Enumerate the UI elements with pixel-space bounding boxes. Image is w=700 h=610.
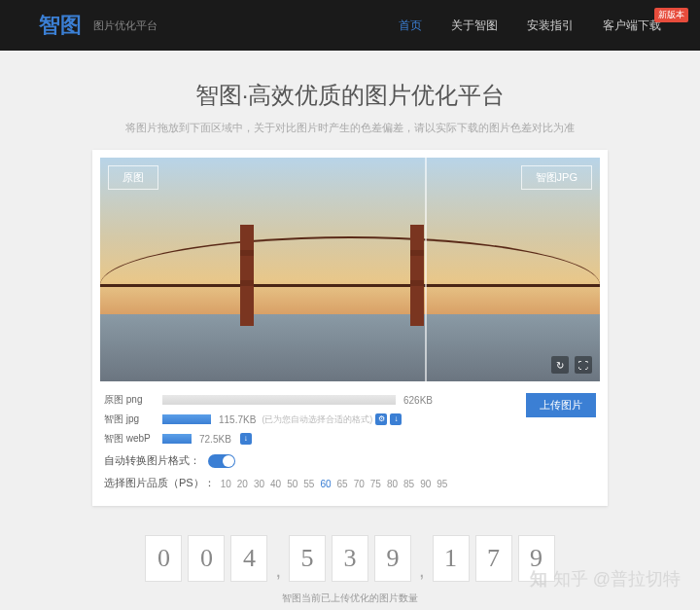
row-label: 智图 webP	[104, 432, 162, 446]
quality-option[interactable]: 55	[300, 479, 317, 489]
logo[interactable]: 智图	[39, 11, 82, 40]
quality-option[interactable]: 75	[368, 479, 384, 489]
counter-comma: ,	[417, 559, 427, 582]
counter-caption: 智图当前已上传优化的图片数量	[0, 592, 700, 605]
original-tag: 原图	[108, 165, 158, 190]
settings-icon[interactable]: ⚙	[375, 413, 387, 425]
quality-option[interactable]: 60	[317, 479, 333, 489]
quality-option[interactable]: 40	[267, 479, 284, 489]
file-size: 72.5KB	[199, 434, 231, 445]
main-nav: 首页 关于智图 安装指引 客户端下载新版本	[399, 18, 661, 34]
nav-home[interactable]: 首页	[399, 18, 422, 34]
quality-label: 选择图片品质（PS）：	[104, 476, 215, 490]
quality-option[interactable]: 80	[384, 479, 401, 489]
file-size: 626KB	[403, 395, 433, 406]
counter-digit: 3	[332, 535, 368, 582]
quality-selector: 选择图片品质（PS）： 1020304050556065707580859095	[104, 476, 596, 490]
image-compare[interactable]: 原图 智图JPG ↻ ⛶	[100, 158, 600, 381]
new-badge: 新版本	[654, 8, 688, 22]
size-bar	[162, 434, 192, 444]
size-bar	[162, 395, 396, 405]
hero-subtitle: 将图片拖放到下面区域中，关于对比图片时产生的色差偏差，请以实际下载的图片色差对比…	[0, 121, 700, 135]
counter-digit: 7	[475, 535, 512, 582]
row-label: 原图 png	[104, 393, 162, 407]
counter-digit: 1	[433, 535, 470, 582]
quality-option[interactable]: 50	[284, 479, 300, 489]
auto-convert-toggle[interactable]	[208, 454, 235, 468]
quality-option[interactable]: 30	[251, 479, 267, 489]
quality-option[interactable]: 70	[351, 479, 368, 489]
expand-icon[interactable]: ⛶	[575, 356, 592, 374]
file-size: 115.7KB	[219, 414, 256, 425]
counter-digit: 0	[145, 535, 182, 582]
compare-slider[interactable]	[425, 158, 427, 381]
hero-title: 智图·高效优质的图片优化平台	[0, 80, 700, 111]
counter-digit: 0	[188, 535, 225, 582]
counter-digit: 9	[374, 535, 411, 582]
stats-section: 上传图片 原图 png 626KB 智图 jpg 115.7KB (已为您自动选…	[100, 381, 600, 498]
nav-download[interactable]: 客户端下载新版本	[603, 18, 661, 34]
download-icon[interactable]: ↓	[240, 433, 252, 445]
auto-convert-label: 自动转换图片格式：	[104, 453, 200, 468]
quality-option[interactable]: 95	[434, 479, 450, 489]
format-note: (已为您自动选择合适的格式)	[262, 413, 372, 426]
zhihu-icon: 知	[530, 567, 547, 591]
quality-option[interactable]: 90	[417, 479, 434, 489]
nav-install[interactable]: 安装指引	[527, 18, 574, 34]
main-panel: 原图 智图JPG ↻ ⛶ 上传图片 原图 png 626KB 智图 jpg 11…	[92, 150, 608, 506]
quality-option[interactable]: 10	[218, 479, 234, 489]
counter-digit: 4	[230, 535, 267, 582]
upload-button[interactable]: 上传图片	[526, 393, 596, 417]
counter-comma: ,	[273, 559, 283, 582]
quality-option[interactable]: 20	[234, 479, 251, 489]
logo-subtitle: 图片优化平台	[93, 18, 158, 33]
download-icon[interactable]: ↓	[390, 413, 402, 425]
size-bar	[162, 414, 211, 424]
optimized-tag: 智图JPG	[521, 165, 592, 190]
nav-about[interactable]: 关于智图	[451, 18, 498, 34]
counter-digit: 5	[289, 535, 326, 582]
refresh-icon[interactable]: ↻	[551, 356, 569, 374]
quality-option[interactable]: 65	[334, 479, 351, 489]
quality-option[interactable]: 85	[401, 479, 417, 489]
watermark: 知 知乎 @普拉切特	[530, 567, 681, 591]
row-label: 智图 jpg	[104, 413, 162, 426]
